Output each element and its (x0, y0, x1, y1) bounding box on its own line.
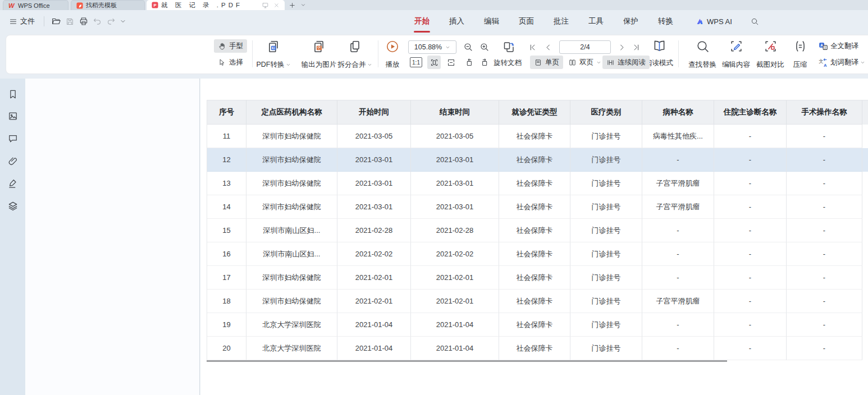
cell (862, 313, 868, 337)
menu-tools[interactable]: 工具 (588, 14, 604, 29)
cell: 门诊挂号 (570, 172, 642, 195)
hand-tool-button[interactable]: 手型 (214, 39, 247, 53)
menu-convert[interactable]: 转换 (657, 14, 674, 29)
rotate-right-button[interactable] (478, 56, 491, 69)
play-button[interactable]: 播放 (380, 38, 405, 71)
cell: 2021-02-02 (411, 242, 499, 266)
search-icon[interactable] (751, 17, 759, 26)
pdf-file-icon: P (152, 2, 158, 8)
fit-page-button[interactable] (444, 56, 458, 69)
header-end-time: 结束时间 (411, 100, 499, 125)
chevron-down-icon (286, 62, 291, 67)
rotate-left-button[interactable] (462, 56, 476, 69)
compress-button[interactable]: 压缩 (788, 38, 812, 71)
cell: - (787, 290, 862, 313)
tab-controls (262, 2, 280, 9)
full-translate-button[interactable]: A文 全文翻译 (818, 41, 858, 52)
wps-logo-icon: W (8, 2, 15, 9)
compress-icon (793, 39, 807, 53)
cell (862, 337, 868, 360)
menu-page[interactable]: 页面 (518, 14, 534, 29)
layers-panel-button[interactable] (7, 200, 20, 213)
menu-insert[interactable]: 插入 (449, 14, 465, 29)
cell: 2021-03-05 (411, 125, 499, 148)
divider (44, 16, 44, 26)
prev-page-button[interactable] (542, 40, 554, 54)
file-menu-button[interactable]: 文件 (7, 15, 37, 28)
print-icon[interactable] (79, 16, 89, 26)
single-page-button[interactable]: 单页 (530, 56, 563, 69)
select-tool-button[interactable]: 选择 (214, 56, 247, 69)
split-merge-button[interactable]: 拆分合并 (334, 38, 376, 71)
new-tab-button[interactable] (286, 0, 298, 10)
word-translate-icon: 文A (818, 57, 829, 68)
cell: 门诊挂号 (570, 290, 642, 313)
open-folder-icon[interactable] (51, 16, 61, 26)
bookmarks-panel-button[interactable] (7, 89, 20, 101)
signature-panel-button[interactable] (7, 178, 20, 190)
attachments-panel-button[interactable] (7, 155, 20, 168)
find-replace-icon (696, 39, 710, 53)
close-tab-icon[interactable] (273, 2, 280, 8)
fit-width-button[interactable] (427, 56, 441, 69)
cell: - (714, 148, 787, 172)
read-mode-button[interactable] (652, 39, 667, 56)
edit-content-button[interactable]: 编辑内容 (718, 38, 754, 71)
header-start-time: 开始时间 (337, 100, 411, 125)
comments-panel-button[interactable] (7, 133, 20, 145)
redo-icon[interactable] (106, 17, 116, 26)
compress-label: 压缩 (793, 60, 807, 70)
comment-icon (7, 133, 19, 144)
screen-cast-icon[interactable] (262, 2, 269, 9)
chevron-down-icon[interactable] (120, 18, 126, 25)
tab-wps-office[interactable]: W WPS Office (3, 0, 68, 10)
cell: - (787, 125, 862, 148)
cell: 社会保障卡 (499, 242, 570, 266)
cell: 2021-03-01 (337, 195, 411, 219)
cell: 门诊挂号 (570, 313, 642, 337)
next-page-button[interactable] (615, 40, 628, 54)
find-replace-button[interactable]: 查找替换 (684, 38, 720, 71)
zoom-in-button[interactable] (478, 40, 491, 54)
actual-size-button[interactable]: 1:1 (410, 57, 422, 67)
screenshot-compare-button[interactable]: 截图对比 (752, 38, 788, 71)
table-row: 17深圳市妇幼保健院2021-02-012021-02-01社会保障卡门诊挂号-… (207, 266, 868, 290)
thumbnails-panel-button[interactable] (7, 111, 20, 123)
menu-protect[interactable]: 保护 (623, 14, 639, 29)
menu-home[interactable]: 开始 (414, 14, 430, 29)
single-page-label: 单页 (545, 58, 559, 67)
horizontal-scrollbar-thumb[interactable] (207, 360, 727, 362)
hand-tool-label: 手型 (229, 42, 243, 51)
pen-icon (7, 178, 19, 189)
cell: - (787, 195, 862, 219)
rotate-pages-button[interactable] (501, 39, 517, 55)
cell: 门诊挂号 (570, 148, 642, 172)
cell (862, 290, 868, 313)
cell: - (642, 337, 714, 360)
cursor-icon (218, 58, 226, 67)
continuous-read-label: 连续阅读 (618, 58, 646, 67)
wps-ai-button[interactable]: WPS AI (696, 17, 732, 26)
tab-docer-templates[interactable]: 找稻壳模板 (71, 0, 145, 10)
page-number-input[interactable]: 2/4 (559, 40, 611, 54)
save-icon[interactable] (65, 17, 75, 26)
double-page-button[interactable]: 双页 (564, 56, 605, 69)
zoom-level-select[interactable]: 105.88% (408, 40, 456, 54)
undo-icon[interactable] (93, 17, 102, 26)
chevron-down-icon (367, 62, 372, 67)
pdf-page-canvas[interactable]: 序号 定点医药机构名称 开始时间 结束时间 就诊凭证类型 医疗类别 病种名称 住… (200, 79, 868, 395)
continuous-read-button[interactable]: 连续阅读 (602, 56, 650, 69)
pdf-convert-button[interactable]: W PDF转换 (252, 38, 295, 71)
last-page-button[interactable] (630, 40, 642, 54)
zoom-out-button[interactable] (462, 40, 475, 54)
cell: 18 (207, 290, 246, 313)
rotate-doc-label[interactable]: 旋转文档 (494, 58, 522, 68)
menu-comment[interactable]: 批注 (553, 14, 569, 29)
first-page-button[interactable] (526, 40, 538, 54)
cell: 门诊挂号 (570, 125, 642, 148)
menu-edit[interactable]: 编辑 (483, 14, 500, 29)
tab-list-button[interactable] (298, 0, 309, 10)
word-translate-button[interactable]: 文A 划词翻译 (818, 57, 865, 68)
table-row: 20北京大学深圳医院2021-01-042021-01-04社会保障卡门诊挂号-… (207, 337, 868, 360)
tab-document-pdf[interactable]: P 就 医 记 录 .PDF (147, 0, 285, 10)
